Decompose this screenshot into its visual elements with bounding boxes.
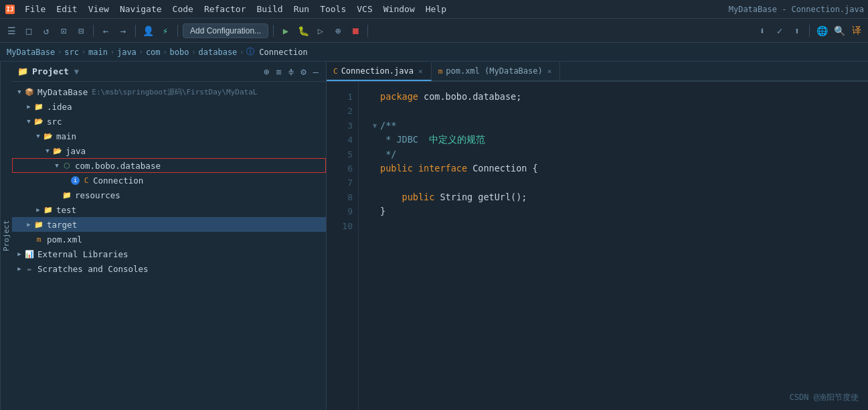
tree-arrow-extlibs: ▶	[15, 251, 24, 257]
menu-file[interactable]: File	[20, 3, 50, 15]
breadcrumb-com[interactable]: com	[146, 48, 161, 57]
tree-item-idea[interactable]: ▶ 📁 .idea	[12, 99, 326, 114]
editor-tabs-bar: C Connection.java × m pom.xml (MyDataBas…	[327, 62, 868, 82]
toolbar-coverage-btn[interactable]: ▷	[313, 23, 328, 38]
menu-refactor[interactable]: Refactor	[199, 3, 251, 15]
toolbar-sync-btn[interactable]: ↺	[39, 23, 54, 38]
breadcrumb-bobo[interactable]: bobo	[170, 48, 189, 57]
tree-item-java[interactable]: ▼ 📂 java	[12, 143, 326, 158]
tree-item-test[interactable]: ▶ 📁 test	[12, 202, 326, 217]
sidebar-collapse-btn[interactable]: ≑	[286, 65, 296, 78]
toolbar-push-btn[interactable]: ⬆	[790, 23, 804, 38]
tree-item-src[interactable]: ▼ 📂 src	[12, 114, 326, 129]
tree-item-mydatabase[interactable]: ▼ 📦 MyDataBase E:\msb\springboot源码\First…	[12, 84, 326, 99]
tab-connection[interactable]: C Connection.java ×	[327, 62, 432, 81]
toolbar-forward-btn[interactable]: →	[116, 23, 131, 38]
tab-label-pom: pom.xml (MyDataBase)	[446, 66, 543, 76]
breadcrumb-java[interactable]: java	[117, 48, 137, 57]
tree-arrow-src: ▼	[24, 118, 33, 125]
toolbar-new-btn[interactable]: ☰	[4, 23, 19, 38]
breadcrumb-sep-6: ›	[192, 48, 196, 56]
tree-item-pom[interactable]: m pom.xml	[12, 232, 326, 247]
breadcrumb-main[interactable]: main	[88, 48, 108, 57]
toolbar-copy-btn[interactable]: ⊡	[56, 23, 71, 38]
line-num-9: 9	[327, 204, 353, 218]
tab-close-pom[interactable]: ×	[546, 66, 553, 76]
project-panel-label[interactable]: Project	[0, 62, 12, 410]
tree-item-main[interactable]: ▼ 📂 main	[12, 129, 326, 143]
toolbar-translate-btn[interactable]: 译	[849, 23, 864, 38]
toolbar-separator-5	[367, 25, 368, 37]
toolbar-open-btn[interactable]: □	[21, 23, 36, 38]
tree-arrow-package: ▼	[52, 162, 62, 169]
toolbar-search-btn[interactable]: 🔍	[832, 23, 847, 38]
tree-path-mydatabase: E:\msb\springboot源码\FirstDay\MyDataL	[92, 87, 257, 97]
sidebar-sync-btn[interactable]: ≡	[274, 65, 283, 78]
toolbar-back-btn[interactable]: ←	[98, 23, 113, 38]
fold-gutter-6	[369, 161, 380, 176]
token-connection-6: Connection	[472, 161, 532, 176]
tree-item-connection[interactable]: i C Connection	[12, 173, 326, 188]
menu-navigate[interactable]: Navigate	[115, 3, 167, 15]
tree-arrow-main: ▼	[33, 133, 43, 139]
fold-gutter-3: ▼	[369, 119, 380, 133]
breadcrumb-sep-3: ›	[110, 48, 114, 56]
menu-tools[interactable]: Tools	[315, 3, 351, 15]
app-logo: IJ	[4, 3, 16, 15]
connection-badge: i	[71, 176, 80, 185]
menu-vcs[interactable]: VCS	[352, 3, 377, 15]
token-public-6: public	[380, 161, 418, 176]
breadcrumb-sep-2: ›	[82, 48, 86, 56]
fold-gutter-5	[369, 147, 380, 161]
java-icon-connection: C	[81, 175, 92, 186]
line-num-6: 6	[327, 161, 353, 176]
menu-build[interactable]: Build	[252, 3, 288, 15]
tree-item-extlibs[interactable]: ▶ 📊 External Libraries	[12, 247, 326, 261]
toolbar-lightning-btn[interactable]: ⚡	[158, 23, 173, 38]
tab-pom[interactable]: m pom.xml (MyDataBase) ×	[432, 62, 561, 80]
tree-item-scratches[interactable]: ▶ ✏️ Scratches and Consoles	[12, 261, 326, 276]
sidebar-add-btn[interactable]: ⊕	[262, 65, 271, 78]
menu-edit[interactable]: Edit	[52, 3, 82, 15]
token-interface-6: interface	[418, 161, 472, 176]
tab-close-connection[interactable]: ×	[417, 66, 424, 76]
toolbar-separator-1	[93, 25, 94, 37]
toolbar-debug-btn[interactable]: 🐛	[296, 23, 311, 38]
tree-label-package: com.bobo.database	[75, 161, 161, 171]
tree-item-package[interactable]: ▼ ⬡ com.bobo.database	[12, 158, 326, 173]
tree-arrow-scratches: ▶	[15, 265, 24, 272]
tree-item-resources[interactable]: 📁 resources	[12, 188, 326, 202]
tree-label-resources: resources	[75, 190, 120, 200]
sidebar-settings-btn[interactable]: ⚙	[298, 65, 308, 78]
tree-item-target[interactable]: ▶ 📁 target	[12, 217, 326, 232]
breadcrumb-mydatabase[interactable]: MyDataBase	[7, 48, 55, 57]
breadcrumb-database[interactable]: database	[199, 48, 238, 57]
folder-icon-target: 📁	[33, 219, 44, 230]
token-comment-chinese: 中定义的规范	[429, 133, 485, 147]
toolbar-user-btn[interactable]: 👤	[141, 23, 155, 38]
menu-help[interactable]: Help	[421, 3, 451, 15]
code-line-7	[369, 176, 857, 190]
tree-arrow-test: ▶	[33, 206, 43, 213]
toolbar-globe-btn[interactable]: 🌐	[814, 23, 829, 38]
tab-icon-connection: C	[333, 67, 338, 76]
add-configuration-button[interactable]: Add Configuration...	[183, 23, 268, 38]
code-content[interactable]: package com.bobo.database; ▼ /** * JDBC …	[359, 82, 868, 410]
watermark: CSDN @渔阳节度使	[790, 392, 859, 403]
toolbar-profile-btn[interactable]: ⊕	[331, 23, 345, 38]
tree-label-scratches: Scratches and Consoles	[37, 264, 149, 274]
menu-view[interactable]: View	[84, 3, 114, 15]
token-package-kw: package	[380, 90, 424, 104]
tree-label-extlibs: External Libraries	[37, 249, 128, 259]
toolbar-stop-btn[interactable]: ⏹	[348, 23, 363, 38]
menu-code[interactable]: Code	[168, 3, 198, 15]
toolbar-vcs-update-btn[interactable]: ⬇	[755, 23, 770, 38]
breadcrumb-src[interactable]: src	[64, 48, 79, 57]
menu-run[interactable]: Run	[289, 3, 314, 15]
menu-window[interactable]: Window	[379, 3, 420, 15]
toolbar-run-btn[interactable]: ▶	[278, 23, 293, 38]
toolbar-commit-btn[interactable]: ✓	[772, 23, 787, 38]
breadcrumb-sep-7: ›	[240, 48, 244, 56]
sidebar-minimize-btn[interactable]: —	[311, 65, 321, 78]
toolbar-cut-btn[interactable]: ⊟	[74, 23, 88, 38]
